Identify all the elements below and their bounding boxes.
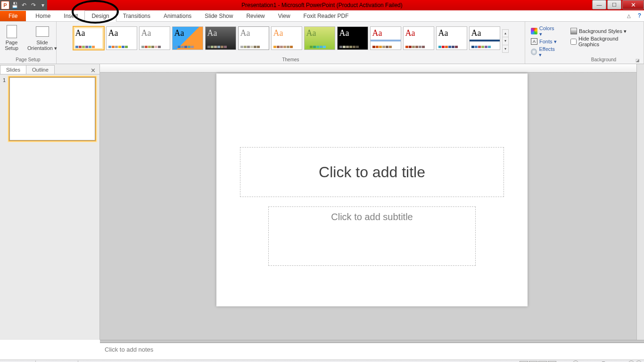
theme-swatches <box>405 46 432 48</box>
theme-thumbnail[interactable]: Aa <box>271 26 302 50</box>
undo-icon[interactable]: ↶ <box>20 1 28 9</box>
colors-icon <box>531 28 537 34</box>
hide-bg-graphics-input[interactable] <box>570 39 577 45</box>
title-placeholder[interactable]: Click to add title <box>240 147 504 197</box>
theme-sample-text: Aa <box>471 29 498 37</box>
theme-thumbnail[interactable]: Aa <box>106 26 137 50</box>
fonts-button[interactable]: AFonts ▾ <box>531 37 558 46</box>
powerpoint-logo-icon[interactable]: P <box>1 1 9 9</box>
slide-canvas[interactable]: Click to add title Click to add subtitle <box>216 74 528 306</box>
theme-sample-text: Aa <box>372 29 399 37</box>
close-panel-icon[interactable]: ✕ <box>87 67 99 74</box>
tab-slideshow[interactable]: Slide Show <box>198 11 239 21</box>
group-theme-variants: Colors ▾ AFonts ▾ Effects ▾ <box>525 22 564 64</box>
tab-transitions[interactable]: Transitions <box>116 11 157 21</box>
group-background: Background Styles ▾ Hide Background Grap… <box>564 22 644 64</box>
theme-sample-text: Aa <box>75 29 102 37</box>
tab-design[interactable]: Design <box>84 10 116 22</box>
window-controls: — ☐ ✕ <box>591 0 644 9</box>
slide-panel-tabs: Slides Outline ✕ <box>0 64 99 74</box>
status-bar: Slide 1 of 1 "Office Theme" 69% − + ▣ <box>0 360 644 362</box>
hide-bg-graphics-checkbox[interactable]: Hide Background Graphics <box>570 37 637 46</box>
theme-sample-text: Aa <box>306 29 333 37</box>
tab-animations[interactable]: Animations <box>157 11 198 21</box>
gallery-scroll-icon[interactable]: ▴ <box>503 30 508 37</box>
theme-swatches <box>471 46 498 48</box>
notes-pane[interactable]: Click to add notes <box>100 343 644 360</box>
notes-placeholder: Click to add notes <box>105 346 153 353</box>
effects-button[interactable]: Effects ▾ <box>531 47 558 57</box>
tab-file[interactable]: File <box>0 11 26 21</box>
theme-sample-text: Aa <box>438 29 465 37</box>
tab-review[interactable]: Review <box>239 11 271 21</box>
theme-sample-text: Aa <box>339 29 366 37</box>
vertical-scrollbar[interactable] <box>636 64 644 340</box>
group-label-background: Background◪ <box>567 57 641 63</box>
group-label-page-setup: Page Setup <box>3 57 53 63</box>
theme-thumbnail[interactable]: Aa <box>205 26 236 50</box>
tab-home[interactable]: Home <box>29 11 57 21</box>
theme-thumbnail[interactable]: Aa <box>139 26 170 50</box>
outline-tab[interactable]: Outline <box>26 65 55 74</box>
orientation-icon <box>36 26 49 37</box>
title-bar: P 💾 ↶ ↷ ▾ Presentation1 - Microsoft Powe… <box>0 0 644 10</box>
theme-swatches <box>273 46 300 48</box>
gallery-scroll-icon[interactable]: ▾ <box>503 45 508 52</box>
fonts-label: Fonts ▾ <box>539 39 557 45</box>
quick-access-toolbar: P 💾 ↶ ↷ ▾ <box>0 0 47 10</box>
theme-sample-text: Aa <box>405 29 432 37</box>
tab-insert[interactable]: Insert <box>57 11 84 21</box>
theme-thumbnail[interactable]: Aa <box>469 26 500 50</box>
theme-swatches <box>108 46 135 48</box>
theme-sample-text: Aa <box>141 29 168 37</box>
ribbon-design: PageSetup SlideOrientation ▾ Page Setup … <box>0 22 644 64</box>
title-placeholder-text: Click to add title <box>319 164 425 181</box>
themes-gallery-more[interactable]: ▴▾▾ <box>502 29 509 53</box>
page-setup-icon <box>7 25 17 38</box>
slide-orientation-button[interactable]: SlideOrientation ▾ <box>27 24 58 52</box>
help-icon[interactable]: ? <box>638 12 641 19</box>
background-styles-button[interactable]: Background Styles ▾ <box>570 26 637 36</box>
thumbnails: 1 <box>0 74 99 143</box>
group-themes: AaAaAaAaAaAaAaAaAaAaAaAaAa▴▾▾ Themes <box>57 22 525 64</box>
slides-tab[interactable]: Slides <box>0 65 26 74</box>
theme-thumbnail[interactable]: Aa <box>337 26 368 50</box>
page-setup-button[interactable]: PageSetup <box>0 24 25 52</box>
theme-swatches <box>438 46 465 48</box>
gallery-scroll-icon[interactable]: ▾ <box>503 37 508 44</box>
slide-editor: Click to add title Click to add subtitle <box>100 64 644 340</box>
slide-panel: Slides Outline ✕ 1 <box>0 64 100 340</box>
save-icon[interactable]: 💾 <box>10 1 19 9</box>
minimize-button[interactable]: — <box>592 0 606 9</box>
theme-thumbnail[interactable]: Aa <box>436 26 467 50</box>
theme-thumbnail[interactable]: Aa <box>304 26 335 50</box>
slide-thumbnail[interactable] <box>9 77 95 140</box>
maximize-button[interactable]: ☐ <box>607 0 621 9</box>
theme-sample-text: Aa <box>273 29 300 37</box>
colors-button[interactable]: Colors ▾ <box>531 26 558 36</box>
workspace: Slides Outline ✕ 1 Click to add title Cl… <box>0 64 644 340</box>
theme-thumbnail[interactable]: Aa <box>172 26 203 50</box>
theme-thumbnail[interactable]: Aa <box>73 26 104 50</box>
status-theme: "Office Theme" <box>36 361 78 362</box>
theme-sample-text: Aa <box>207 29 234 37</box>
theme-thumbnail[interactable]: Aa <box>403 26 434 50</box>
theme-thumbnail[interactable]: Aa <box>238 26 269 50</box>
tab-foxit[interactable]: Foxit Reader PDF <box>297 11 355 21</box>
close-button[interactable]: ✕ <box>622 0 644 9</box>
qat-dropdown-icon[interactable]: ▾ <box>39 1 47 9</box>
theme-swatches <box>339 46 366 48</box>
themes-gallery: AaAaAaAaAaAaAaAaAaAaAaAaAa▴▾▾ <box>71 24 511 56</box>
theme-swatches <box>141 46 168 48</box>
theme-swatches <box>207 46 234 48</box>
hide-bg-graphics-label: Hide Background Graphics <box>578 36 637 47</box>
theme-thumbnail[interactable]: Aa <box>370 26 401 50</box>
minimize-ribbon-icon[interactable]: △ <box>627 13 631 18</box>
redo-icon[interactable]: ↷ <box>29 1 38 9</box>
tab-view[interactable]: View <box>272 11 297 21</box>
theme-swatches <box>174 46 201 48</box>
background-launcher-icon[interactable]: ◪ <box>636 58 640 63</box>
subtitle-placeholder[interactable]: Click to add subtitle <box>268 206 476 266</box>
status-slide: Slide 1 of 1 <box>2 361 36 362</box>
thumbnail-row[interactable]: 1 <box>3 77 97 140</box>
